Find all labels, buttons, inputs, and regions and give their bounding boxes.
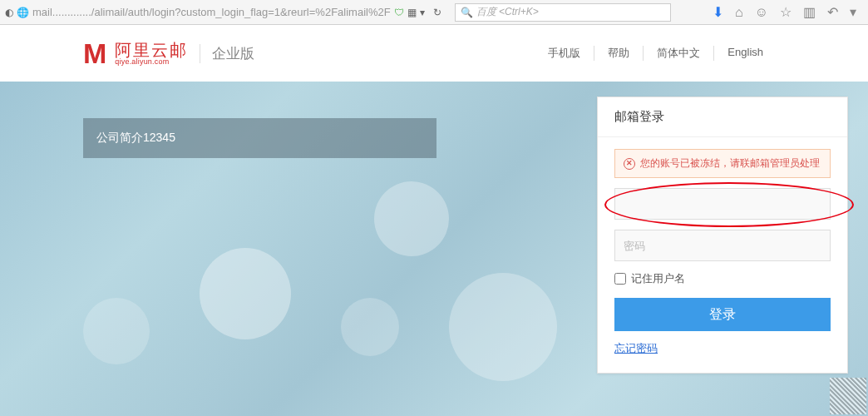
star-icon[interactable]: ☆: [780, 4, 792, 20]
link-help[interactable]: 帮助: [594, 46, 644, 61]
back-icon[interactable]: ↶: [827, 4, 838, 20]
forgot-password-link[interactable]: 忘记密码: [614, 341, 658, 356]
qr-small-icon[interactable]: ▦: [407, 7, 417, 18]
login-card: 邮箱登录 ✕ 您的账号已被冻结，请联邮箱管理员处理 记住用户名 登录 忘记密码: [597, 97, 848, 374]
password-field[interactable]: [614, 230, 831, 261]
bokeh-circle: [374, 181, 449, 256]
edition-label: 企业版: [200, 44, 254, 63]
shield-check-icon[interactable]: 🛡: [394, 7, 404, 18]
remember-input[interactable]: [614, 273, 626, 285]
search-placeholder: 百度 <Ctrl+K>: [476, 5, 539, 19]
url-box: ◐ 🌐 mail............./alimail/auth/login…: [5, 6, 446, 18]
error-icon: ✕: [624, 158, 635, 170]
chat-icon[interactable]: ☺: [755, 5, 768, 20]
remember-checkbox[interactable]: 记住用户名: [614, 271, 831, 286]
bokeh-circle: [83, 298, 150, 364]
link-lang-cn[interactable]: 简体中文: [644, 46, 714, 61]
page-header: M 阿里云邮 qiye.aliyun.com 企业版 手机版 帮助 简体中文 E…: [0, 25, 868, 82]
login-button[interactable]: 登录: [614, 298, 831, 331]
library-icon[interactable]: ▥: [803, 4, 816, 20]
download-icon[interactable]: ⬇: [713, 4, 723, 20]
security-icon: 🌐: [17, 7, 29, 18]
browser-toolbar: ◐ 🌐 mail............./alimail/auth/login…: [0, 0, 868, 25]
qr-corner-icon[interactable]: [830, 378, 866, 414]
error-text: 您的账号已被冻结，请联邮箱管理员处理: [640, 156, 820, 171]
search-box[interactable]: 🔍 百度 <Ctrl+K>: [455, 3, 671, 22]
bokeh-circle: [449, 273, 557, 381]
header-links: 手机版 帮助 简体中文 English: [535, 46, 777, 61]
home-icon[interactable]: ⌂: [735, 5, 743, 20]
reload-icon[interactable]: ↻: [428, 7, 446, 18]
search-icon: 🔍: [461, 7, 473, 18]
nav-icon[interactable]: ◐: [5, 7, 13, 18]
remember-label: 记住用户名: [631, 271, 685, 286]
bokeh-circle: [341, 298, 399, 356]
company-banner: 公司简介12345: [83, 118, 436, 158]
logo-en: qiye.aliyun.com: [115, 58, 188, 66]
banner-text: 公司简介12345: [96, 131, 175, 146]
separator: ▾: [420, 7, 425, 18]
logo[interactable]: M 阿里云邮 qiye.aliyun.com: [83, 37, 188, 70]
link-mobile[interactable]: 手机版: [535, 46, 594, 61]
url-text[interactable]: mail............./alimail/auth/login?cus…: [32, 6, 391, 18]
username-field[interactable]: [614, 188, 831, 220]
logo-cn: 阿里云邮: [115, 42, 188, 58]
toolbar-icons: ⬇ ⌂ ☺ ☆ ▥ ↶ ▾: [713, 4, 863, 20]
hero: 公司简介12345 邮箱登录 ✕ 您的账号已被冻结，请联邮箱管理员处理 记住用户…: [0, 82, 868, 416]
logo-mark: M: [83, 37, 106, 70]
menu-icon[interactable]: ▾: [850, 4, 856, 20]
login-title: 邮箱登录: [598, 97, 847, 137]
link-lang-en[interactable]: English: [714, 46, 777, 61]
bokeh-circle: [200, 248, 291, 339]
error-message: ✕ 您的账号已被冻结，请联邮箱管理员处理: [614, 149, 831, 178]
